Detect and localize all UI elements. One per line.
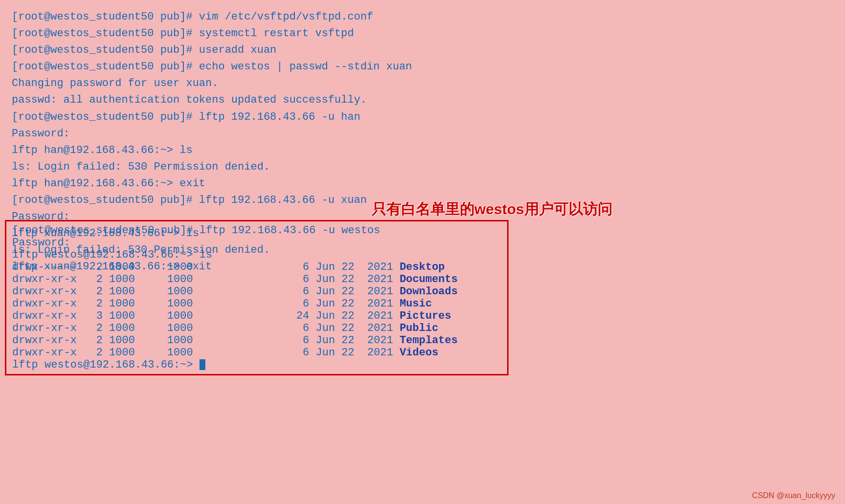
hl-line-1: [root@westos_student50 pub]# lftp 192.16…: [12, 224, 501, 237]
line-4: [root@westos_student50 pub]# echo westos…: [12, 59, 833, 75]
line-10: ls: Login failed: 530 Permission denied.: [12, 159, 833, 175]
line-8: Password:: [12, 126, 833, 142]
line-11: lftp han@192.168.43.66:~> exit: [12, 175, 833, 192]
hl-line-2: Password:: [12, 237, 501, 249]
line-7: [root@westos_student50 pub]# lftp 192.16…: [12, 109, 833, 126]
dir-documents: drwxr-xr-x 2 1000 1000 6 Jun 22 2021 Doc…: [12, 273, 501, 285]
dir-downloads: drwxr-xr-x 2 1000 1000 6 Jun 22 2021 Dow…: [12, 285, 501, 298]
dir-desktop: drwx------ 2 1000 1000 6 Jun 22 2021 Des…: [12, 261, 501, 273]
hl-prompt-end: lftp westos@192.168.43.66:~>: [12, 359, 501, 371]
dir-music: drwxr-xr-x 2 1000 1000 6 Jun 22 2021 Mus…: [12, 298, 501, 310]
line-2: [root@westos_student50 pub]# systemctl r…: [12, 25, 833, 42]
hl-line-3: lftp westos@192.168.43.66:~> ls: [12, 249, 501, 261]
dir-pictures: drwxr-xr-x 3 1000 1000 24 Jun 22 2021 Pi…: [12, 310, 501, 322]
highlight-box: [root@westos_student50 pub]# lftp 192.16…: [5, 220, 509, 375]
csdn-watermark: CSDN @xuan_luckyyyy: [752, 491, 835, 500]
line-5: Changing password for user xuan.: [12, 75, 833, 92]
annotation-label: 只有白名单里的westos用户可以访问: [372, 199, 612, 219]
dir-public: drwxr-xr-x 2 1000 1000 6 Jun 22 2021 Pub…: [12, 322, 501, 334]
line-3: [root@westos_student50 pub]# useradd xua…: [12, 42, 833, 59]
line-6: passwd: all authentication tokens update…: [12, 92, 833, 109]
line-1: [root@westos_student50 pub]# vim /etc/vs…: [12, 9, 833, 25]
dir-videos: drwxr-xr-x 2 1000 1000 6 Jun 22 2021 Vid…: [12, 347, 501, 359]
dir-templates: drwxr-xr-x 2 1000 1000 6 Jun 22 2021 Tem…: [12, 334, 501, 347]
line-9: lftp han@192.168.43.66:~> ls: [12, 142, 833, 159]
